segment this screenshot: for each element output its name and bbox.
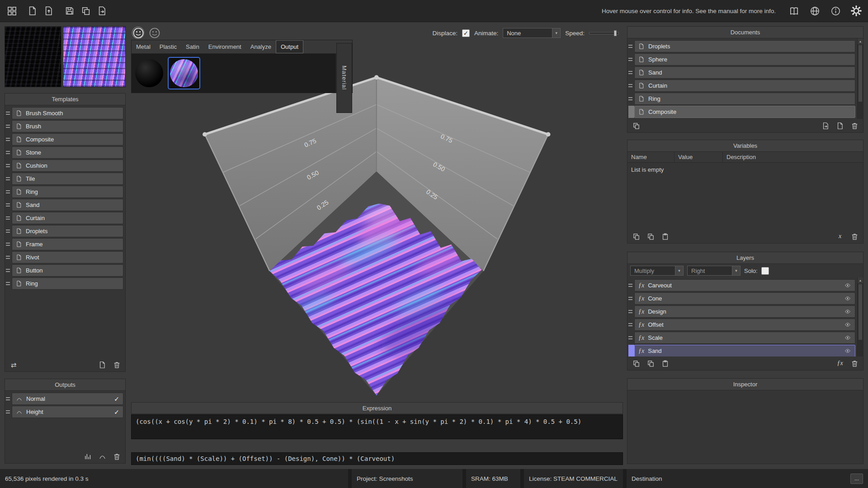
duplicate-document-button[interactable] <box>631 121 641 131</box>
drag-handle-icon[interactable] <box>6 173 12 185</box>
document-item[interactable]: Sphere <box>628 53 855 66</box>
eye-icon[interactable] <box>844 309 851 314</box>
template-item[interactable]: Stone <box>6 146 123 159</box>
drag-handle-icon[interactable] <box>628 345 634 357</box>
tab-output[interactable]: Output <box>276 40 303 53</box>
drag-handle-icon[interactable] <box>628 40 634 52</box>
document-item[interactable]: Sand <box>628 66 855 79</box>
drag-handle-icon[interactable] <box>6 186 12 198</box>
drag-handle-icon[interactable] <box>628 106 634 118</box>
grid-view-button[interactable] <box>5 4 19 18</box>
material-side-tab[interactable]: Material <box>336 43 352 113</box>
template-item[interactable]: Ring <box>6 277 123 290</box>
material-ball-button[interactable] <box>132 27 144 39</box>
destination-browse-button[interactable]: ... <box>850 474 863 484</box>
drag-handle-icon[interactable] <box>628 292 634 305</box>
histogram-button[interactable] <box>83 451 93 461</box>
drag-handle-icon[interactable] <box>6 212 12 224</box>
reload-templates-button[interactable]: ⇄ <box>9 360 19 370</box>
scroll-up-icon[interactable]: ▲ <box>858 38 863 44</box>
delete-layer-button[interactable] <box>849 358 859 368</box>
delete-output-button[interactable] <box>112 451 122 461</box>
3d-preview-viewport[interactable]: 0.75 0.50 0.25 0.75 0.50 0.25 <box>131 40 623 402</box>
height-map-thumbnail[interactable] <box>5 26 61 87</box>
template-item[interactable]: Cushion <box>6 160 123 172</box>
save-template-button[interactable] <box>97 360 107 370</box>
add-output-button[interactable] <box>97 451 107 461</box>
normal-map-thumbnail[interactable] <box>63 26 126 87</box>
layers-scrollbar[interactable]: ▲ <box>857 277 863 357</box>
material-sphere-normal-map[interactable] <box>170 59 198 87</box>
layer-item-selected[interactable]: ƒxSand <box>628 345 855 357</box>
drag-handle-icon[interactable] <box>628 66 634 79</box>
tab-satin[interactable]: Satin <box>181 40 204 53</box>
delete-document-button[interactable] <box>849 121 859 131</box>
layer-item[interactable]: ƒxOffset <box>628 319 855 331</box>
new-document-button[interactable] <box>25 4 40 18</box>
tab-analyze[interactable]: Analyze <box>246 40 276 53</box>
template-item[interactable]: Brush <box>6 120 123 132</box>
drag-handle-icon[interactable] <box>628 319 634 331</box>
eye-icon[interactable] <box>844 282 851 288</box>
layer-item[interactable]: ƒxCone <box>628 292 855 305</box>
layer-item[interactable]: ƒxDesign <box>628 305 855 318</box>
scrollbar-thumb[interactable] <box>859 45 862 102</box>
settings-button[interactable] <box>849 4 863 18</box>
export-button[interactable] <box>95 4 109 18</box>
drag-handle-icon[interactable] <box>6 120 12 132</box>
document-item[interactable]: Curtain <box>628 80 855 92</box>
documents-scrollbar[interactable]: ▲ <box>857 38 863 119</box>
channel-select[interactable]: Right ▼ <box>687 266 741 276</box>
template-item[interactable]: Brush Smooth <box>6 107 123 119</box>
document-item[interactable]: Ring <box>628 93 855 105</box>
drag-handle-icon[interactable] <box>6 107 12 119</box>
eye-icon[interactable] <box>844 322 851 328</box>
drag-handle-icon[interactable] <box>6 277 12 290</box>
drag-handle-icon[interactable] <box>628 53 634 66</box>
drag-handle-icon[interactable] <box>628 93 634 105</box>
drag-handle-icon[interactable] <box>6 238 12 250</box>
scroll-up-icon[interactable]: ▲ <box>858 277 863 283</box>
paste-layer-button[interactable] <box>660 358 670 368</box>
document-item[interactable]: Droplets <box>628 40 855 52</box>
copy-variable-button[interactable] <box>631 231 641 241</box>
template-item[interactable]: Curtain <box>6 212 123 224</box>
delete-variable-button[interactable] <box>849 231 859 241</box>
slider-thumb[interactable] <box>614 30 617 36</box>
drag-handle-icon[interactable] <box>6 406 12 418</box>
displace-checkbox[interactable]: ✓ <box>462 29 470 37</box>
import-document-button[interactable] <box>42 4 56 18</box>
copy-layer-button[interactable] <box>631 358 641 368</box>
add-document-button[interactable] <box>835 121 845 131</box>
output-item[interactable]: Height✓ <box>6 406 123 418</box>
template-item[interactable]: Tile <box>6 173 123 185</box>
material-ball-alt-button[interactable] <box>148 27 160 39</box>
template-item[interactable]: Sand <box>6 199 123 211</box>
expression-editor[interactable]: (cos((x + cos(y * pi * 2) * 0.1) * pi * … <box>131 414 623 439</box>
drag-handle-icon[interactable] <box>6 264 12 277</box>
tab-metal[interactable]: Metal <box>132 40 155 53</box>
tab-plastic[interactable]: Plastic <box>155 40 181 53</box>
template-item[interactable]: Rivot <box>6 251 123 263</box>
drag-handle-icon[interactable] <box>6 251 12 263</box>
drag-handle-icon[interactable] <box>6 146 12 159</box>
drag-handle-icon[interactable] <box>6 133 12 145</box>
template-item[interactable]: Button <box>6 264 123 277</box>
website-button[interactable] <box>807 4 822 18</box>
duplicate-layer-button[interactable] <box>646 358 656 368</box>
about-button[interactable] <box>828 4 843 18</box>
duplicate-variable-button[interactable] <box>646 231 656 241</box>
blend-mode-select[interactable]: Multiply ▼ <box>630 266 684 276</box>
drag-handle-icon[interactable] <box>628 279 634 291</box>
drag-handle-icon[interactable] <box>628 80 634 92</box>
expression-result-bar[interactable]: (min((((Sand) * (Scale)) + (Offset)) - (… <box>131 452 623 465</box>
drag-handle-icon[interactable] <box>6 225 12 237</box>
drag-handle-icon[interactable] <box>6 199 12 211</box>
template-item[interactable]: Composite <box>6 133 123 145</box>
solo-checkbox[interactable] <box>761 267 769 275</box>
material-sphere-selected-frame[interactable] <box>168 57 200 89</box>
export-document-button[interactable] <box>821 121 830 131</box>
add-layer-button[interactable]: ƒx <box>835 358 845 368</box>
manual-button[interactable] <box>787 4 801 18</box>
delete-template-button[interactable] <box>112 360 122 370</box>
